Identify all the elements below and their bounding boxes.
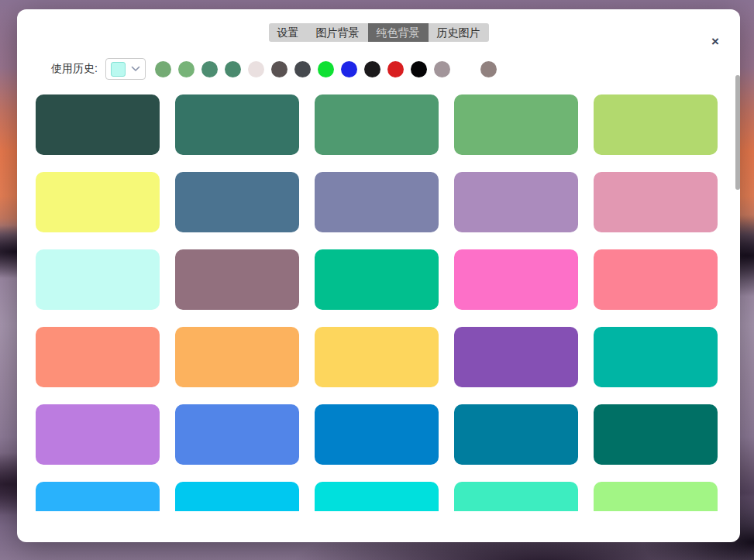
color-swatch[interactable] xyxy=(454,249,578,310)
history-color-dot[interactable] xyxy=(364,61,380,77)
color-swatch[interactable] xyxy=(594,249,718,310)
color-swatch[interactable] xyxy=(36,94,160,155)
color-swatch[interactable] xyxy=(175,249,299,310)
history-color-dot[interactable] xyxy=(248,61,264,77)
history-color-dot[interactable] xyxy=(341,61,357,77)
history-color-select[interactable] xyxy=(105,58,146,80)
tab-bar: 设置 图片背景 纯色背景 历史图片 xyxy=(17,23,740,42)
history-row: 使用历史: xyxy=(51,57,717,81)
color-grid xyxy=(36,94,740,511)
color-swatch[interactable] xyxy=(594,94,718,155)
history-color-dot[interactable] xyxy=(271,61,287,77)
color-swatch[interactable] xyxy=(175,327,299,387)
color-swatch[interactable] xyxy=(175,404,299,465)
history-color-dot[interactable] xyxy=(434,61,450,77)
history-color-dot[interactable] xyxy=(155,61,171,77)
scrollbar[interactable] xyxy=(735,75,740,190)
color-swatch[interactable] xyxy=(315,249,439,310)
color-swatch[interactable] xyxy=(36,482,160,511)
color-swatch[interactable] xyxy=(315,404,439,465)
tab-image-background[interactable]: 图片背景 xyxy=(308,23,368,42)
history-color-dot[interactable] xyxy=(318,61,334,77)
color-swatch[interactable] xyxy=(36,327,160,387)
color-swatch[interactable] xyxy=(315,94,439,155)
color-swatch[interactable] xyxy=(594,404,718,465)
color-swatch[interactable] xyxy=(175,172,299,232)
settings-modal: 设置 图片背景 纯色背景 历史图片 × 使用历史: xyxy=(17,9,740,542)
tab-history-images[interactable]: 历史图片 xyxy=(429,23,489,42)
tab-solid-color-background[interactable]: 纯色背景 xyxy=(368,23,429,42)
history-color-dot[interactable] xyxy=(387,61,404,77)
history-color-dot[interactable] xyxy=(178,61,195,77)
history-color-dot[interactable] xyxy=(294,61,311,77)
color-swatch[interactable] xyxy=(454,404,578,465)
color-swatch[interactable] xyxy=(315,172,439,232)
tab-settings[interactable]: 设置 xyxy=(269,23,308,42)
chevron-down-icon xyxy=(131,66,140,72)
history-swatch-list xyxy=(155,61,504,77)
color-swatch[interactable] xyxy=(594,327,718,387)
history-color-dot[interactable] xyxy=(201,61,218,77)
color-swatch[interactable] xyxy=(594,172,718,232)
color-swatch[interactable] xyxy=(175,482,299,511)
tab-bar-inner: 设置 图片背景 纯色背景 历史图片 xyxy=(269,23,489,42)
color-swatch[interactable] xyxy=(36,404,160,465)
color-swatch[interactable] xyxy=(315,482,439,511)
close-icon[interactable]: × xyxy=(706,33,725,51)
selected-color-swatch xyxy=(111,62,126,77)
color-swatch[interactable] xyxy=(36,249,160,310)
color-swatch[interactable] xyxy=(315,327,439,387)
color-swatch[interactable] xyxy=(175,94,299,155)
history-color-dot[interactable] xyxy=(411,61,427,77)
color-swatch[interactable] xyxy=(594,482,718,511)
color-swatch[interactable] xyxy=(454,172,578,232)
color-swatch[interactable] xyxy=(454,94,578,155)
history-color-dot[interactable] xyxy=(480,61,497,77)
color-swatch[interactable] xyxy=(36,172,160,232)
color-grid-scroll-area xyxy=(17,87,740,511)
history-color-dot[interactable] xyxy=(225,61,241,77)
color-swatch[interactable] xyxy=(454,482,578,511)
history-color-dot[interactable] xyxy=(457,61,473,77)
color-swatch[interactable] xyxy=(454,327,578,387)
history-label: 使用历史: xyxy=(51,62,98,76)
